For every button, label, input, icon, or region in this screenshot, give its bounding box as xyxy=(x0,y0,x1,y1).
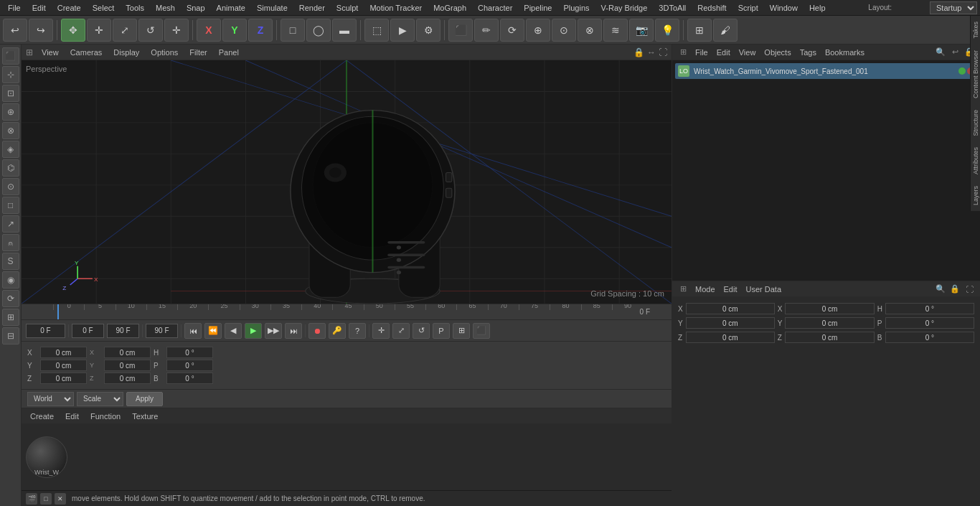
attr-z2-field[interactable] xyxy=(785,332,874,343)
tick-65[interactable]: 65 xyxy=(456,304,487,310)
panel-menu[interactable]: Panel xyxy=(216,47,242,58)
light-icon[interactable]: 💡 xyxy=(655,19,679,42)
attr-h-field[interactable] xyxy=(885,303,974,314)
menu-3dtoall[interactable]: 3DToAll xyxy=(654,2,691,14)
tab-attributes[interactable]: Attributes xyxy=(971,141,980,180)
grid-icon[interactable]: ⊞ xyxy=(687,19,712,42)
plus-icon[interactable]: ⊕ xyxy=(526,19,550,42)
menu-plugins[interactable]: Plugins xyxy=(558,2,594,14)
left-btn-3[interactable]: ⊡ xyxy=(2,85,19,102)
help-button[interactable]: ? xyxy=(349,323,366,339)
frame-max-field[interactable] xyxy=(146,324,178,338)
objects-search-icon[interactable]: 🔍 xyxy=(934,46,947,59)
frame-start-field[interactable] xyxy=(72,324,104,338)
objects-edit-menu[interactable]: Edit xyxy=(714,47,733,58)
object-item-watch[interactable]: LO Wrist_Watch_Garmin_Vivomove_Sport_Fas… xyxy=(675,63,977,79)
menu-edit[interactable]: Edit xyxy=(27,2,51,14)
attr-b-field[interactable] xyxy=(885,332,974,343)
tick-20[interactable]: 20 xyxy=(177,304,208,310)
menu-redshift[interactable]: Redshift xyxy=(692,2,731,14)
tab-structure[interactable]: Structure xyxy=(971,104,980,142)
tick-5[interactable]: 5 xyxy=(84,304,115,310)
left-btn-2[interactable]: ⊹ xyxy=(2,66,19,83)
undo-button[interactable]: ↩ xyxy=(3,19,27,42)
viewport-lock-icon[interactable]: 🔒 xyxy=(633,47,644,57)
menu-tools[interactable]: Tools xyxy=(121,2,149,14)
coord-h-field[interactable] xyxy=(166,347,213,358)
goto-start-button[interactable]: ⏮ xyxy=(184,323,202,339)
tick-60[interactable]: 60 xyxy=(425,304,456,310)
left-btn-9[interactable]: □ xyxy=(2,197,19,214)
material-function-menu[interactable]: Function xyxy=(88,411,123,422)
attr-x2-field[interactable] xyxy=(785,303,874,314)
left-btn-10[interactable]: ↗ xyxy=(2,215,19,233)
left-btn-5[interactable]: ⊗ xyxy=(2,122,19,139)
terrain-icon[interactable]: ≋ xyxy=(603,19,628,42)
menu-help[interactable]: Help xyxy=(804,2,831,14)
menu-sculpt[interactable]: Sculpt xyxy=(331,2,364,14)
menu-snap[interactable]: Snap xyxy=(182,2,210,14)
step-back-button[interactable]: ⏪ xyxy=(204,323,222,339)
tick-35[interactable]: 35 xyxy=(270,304,301,310)
tab-content-browser[interactable]: Content Browser xyxy=(971,44,980,104)
point-key-button[interactable]: P xyxy=(433,323,450,339)
sphere-tool[interactable]: ◯ xyxy=(306,19,331,42)
paint-icon[interactable]: 🖌 xyxy=(713,19,738,42)
tick-0[interactable]: 0 xyxy=(53,304,84,310)
tab-takes[interactable]: Takes xyxy=(971,16,980,44)
play-button[interactable]: ▶ xyxy=(245,323,262,339)
move-key-button[interactable]: ✛ xyxy=(372,323,390,339)
param-key-button[interactable]: ⊞ xyxy=(453,323,470,339)
frame-end-field[interactable] xyxy=(107,324,139,338)
left-btn-7[interactable]: ⌬ xyxy=(2,159,19,177)
bone-icon[interactable]: ⊗ xyxy=(578,19,602,42)
left-btn-15[interactable]: ⊞ xyxy=(2,309,19,326)
redo-button[interactable]: ↪ xyxy=(29,19,53,42)
filter-menu[interactable]: Filter xyxy=(187,47,209,58)
left-btn-4[interactable]: ⊕ xyxy=(2,103,19,121)
select-tool-button[interactable]: ✥ xyxy=(61,19,85,42)
status-icon-1[interactable]: 🎬 xyxy=(26,493,37,505)
left-btn-11[interactable]: ⍝ xyxy=(2,234,19,251)
coord-x-pos-field[interactable] xyxy=(40,347,87,358)
attr-search-icon[interactable]: 🔍 xyxy=(934,283,947,296)
tick-55[interactable]: 55 xyxy=(395,304,425,310)
status-icon-2[interactable]: □ xyxy=(40,493,52,505)
tick-45[interactable]: 45 xyxy=(332,304,363,310)
scale-dropdown[interactable]: Scale xyxy=(77,392,123,406)
menu-select[interactable]: Select xyxy=(88,2,120,14)
left-btn-14[interactable]: ⟳ xyxy=(2,290,19,307)
view-menu[interactable]: View xyxy=(39,47,62,58)
cube-tool[interactable]: □ xyxy=(281,19,305,42)
objects-objects-menu[interactable]: Objects xyxy=(761,47,793,58)
record-button[interactable]: ⏺ xyxy=(308,323,326,339)
viewport-corner-icon[interactable]: ⊞ xyxy=(26,47,33,57)
display-menu[interactable]: Display xyxy=(110,47,142,58)
coord-z-pos-field[interactable] xyxy=(40,373,87,384)
attr-expand-icon[interactable]: ⛶ xyxy=(963,283,976,296)
rotate-tool-button[interactable]: ↺ xyxy=(138,19,163,42)
menu-motion-tracker[interactable]: Motion Tracker xyxy=(364,2,427,14)
material-edit-menu[interactable]: Edit xyxy=(62,411,82,422)
coord-x-rot-field[interactable] xyxy=(104,347,151,358)
render-key-button[interactable]: ⬛ xyxy=(473,323,490,339)
attr-p-field[interactable] xyxy=(885,317,974,329)
material-texture-menu[interactable]: Texture xyxy=(129,411,161,422)
menu-mesh[interactable]: Mesh xyxy=(151,2,180,14)
attributes-edit-menu[interactable]: Edit xyxy=(721,284,740,295)
attributes-userdata-menu[interactable]: User Data xyxy=(743,284,785,295)
objects-bookmark-icon[interactable]: ↩ xyxy=(948,46,961,59)
status-icon-3[interactable]: ✕ xyxy=(55,493,66,505)
coord-y-pos-field[interactable] xyxy=(40,360,87,371)
objects-file-menu[interactable]: File xyxy=(692,47,711,58)
viewport-3d[interactable]: X Y Z xyxy=(22,60,672,304)
move-tool-button[interactable]: ✛ xyxy=(87,19,111,42)
scale-key-button[interactable]: ⤢ xyxy=(392,323,410,339)
pen-icon[interactable]: ✏ xyxy=(474,19,499,42)
render-settings[interactable]: ⚙ xyxy=(416,19,440,42)
prev-frame-button[interactable]: ◀ xyxy=(225,323,242,339)
left-btn-8[interactable]: ⊙ xyxy=(2,178,19,195)
tick-80[interactable]: 80 xyxy=(550,304,580,310)
tick-15[interactable]: 15 xyxy=(146,304,177,310)
render-region[interactable]: ⬚ xyxy=(364,19,389,42)
